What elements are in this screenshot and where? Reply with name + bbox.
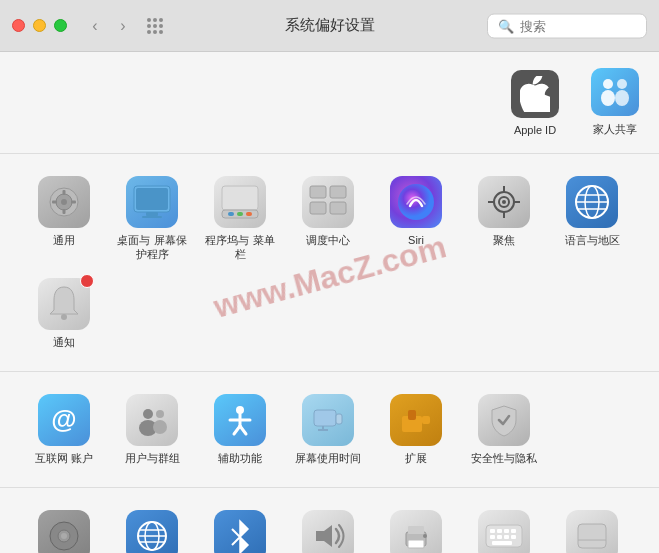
svg-rect-23	[330, 202, 346, 214]
icon-box-notification	[38, 278, 90, 330]
nav-buttons: ‹ ›	[83, 14, 135, 38]
svg-rect-20	[310, 186, 326, 198]
icon-item-general[interactable]: 通用	[20, 168, 108, 270]
icon-item-printer[interactable]: 打印机与 扫描仪	[372, 502, 460, 553]
icon-item-extensions[interactable]: 扩展	[372, 386, 460, 473]
minimize-button[interactable]	[33, 19, 46, 32]
apple-id-icon	[511, 70, 559, 118]
icon-item-desktop[interactable]: 桌面与 屏幕保护程序	[108, 168, 196, 270]
icon-item-keyboard[interactable]: 键盘	[460, 502, 548, 553]
icon-item-dock[interactable]: 程序坞与 菜单栏	[196, 168, 284, 270]
svg-rect-70	[504, 529, 509, 533]
svg-rect-47	[314, 410, 336, 426]
icon-box-extensions	[390, 394, 442, 446]
icon-item-internet[interactable]: @互联网 账户	[20, 386, 108, 473]
grid-icon[interactable]	[147, 18, 163, 34]
svg-point-6	[61, 199, 67, 205]
icon-label-screen-time: 屏幕使用时间	[295, 451, 361, 465]
svg-rect-22	[310, 202, 326, 214]
icon-item-trackpad[interactable]: 触控板	[548, 502, 636, 553]
search-box[interactable]: 🔍	[487, 13, 647, 38]
icon-box-sound	[302, 510, 354, 553]
icon-item-notification[interactable]: 通知	[20, 270, 108, 357]
traffic-lights	[12, 19, 67, 32]
icon-box-network2	[126, 510, 178, 553]
icon-box-software	[38, 510, 90, 553]
svg-point-66	[423, 534, 427, 538]
icon-label-language: 语言与地区	[565, 233, 620, 247]
family-sharing-label: 家人共享	[593, 122, 637, 137]
svg-point-41	[153, 420, 167, 434]
icon-label-desktop: 桌面与 屏幕保护程序	[112, 233, 192, 262]
svg-point-38	[143, 409, 153, 419]
svg-rect-8	[71, 201, 76, 204]
icon-box-security	[478, 394, 530, 446]
icon-item-siri[interactable]: 调度中心	[284, 168, 372, 270]
svg-rect-76	[492, 541, 512, 545]
svg-rect-68	[490, 529, 495, 533]
icon-item-siri2[interactable]: Siri	[372, 168, 460, 270]
svg-rect-52	[408, 410, 416, 420]
svg-rect-13	[146, 212, 158, 216]
icon-box-printer	[390, 510, 442, 553]
icon-box-internet: @	[38, 394, 90, 446]
icon-box-siri2	[390, 176, 442, 228]
svg-rect-65	[408, 540, 424, 548]
icon-box-desktop	[126, 176, 178, 228]
svg-point-37	[61, 314, 67, 320]
apple-id-item[interactable]: Apple ID	[511, 70, 559, 136]
icon-item-access[interactable]: 辅助功能	[196, 386, 284, 473]
icon-item-security[interactable]: 安全性与隐私	[460, 386, 548, 473]
svg-rect-71	[511, 529, 516, 533]
family-icon	[591, 68, 639, 116]
icon-box-screen-time	[302, 394, 354, 446]
maximize-button[interactable]	[54, 19, 67, 32]
titlebar: ‹ › 系统偏好设置 🔍	[0, 0, 659, 52]
icon-item-software[interactable]: 软件更新	[20, 502, 108, 553]
svg-rect-21	[330, 186, 346, 198]
back-button[interactable]: ‹	[83, 14, 107, 38]
svg-point-1	[601, 90, 615, 106]
svg-point-56	[61, 533, 67, 539]
icon-item-users[interactable]: 用户与群组	[108, 386, 196, 473]
svg-point-2	[617, 79, 627, 89]
svg-rect-73	[497, 535, 502, 539]
section-network: @互联网 账户 用户与群组 辅助功能 屏幕使用时间 扩展	[0, 372, 659, 488]
icon-box-keyboard	[478, 510, 530, 553]
icon-box-general	[38, 176, 90, 228]
family-sharing-item[interactable]: 家人共享	[591, 68, 639, 137]
svg-rect-12	[136, 188, 168, 210]
icon-item-sound[interactable]: 声音	[284, 502, 372, 553]
svg-rect-69	[497, 529, 502, 533]
svg-rect-53	[422, 416, 430, 424]
icon-label-access: 辅助功能	[218, 451, 262, 465]
forward-button[interactable]: ›	[111, 14, 135, 38]
svg-rect-19	[246, 212, 252, 216]
close-button[interactable]	[12, 19, 25, 32]
icon-item-bluetooth[interactable]: 蓝牙	[196, 502, 284, 553]
svg-point-24	[398, 184, 434, 220]
search-icon: 🔍	[498, 18, 514, 33]
top-section: Apple ID 家人共享	[0, 52, 659, 154]
svg-point-40	[156, 410, 164, 418]
search-input[interactable]	[520, 18, 636, 33]
icon-item-network2[interactable]: 网络	[108, 502, 196, 553]
svg-rect-14	[142, 216, 162, 218]
icon-item-language[interactable]: 语言与地区	[548, 168, 636, 270]
icon-item-focus[interactable]: 聚焦	[460, 168, 548, 270]
icon-box-language	[566, 176, 618, 228]
svg-rect-74	[504, 535, 509, 539]
icon-label-extensions: 扩展	[405, 451, 427, 465]
section-hardware: 软件更新 网络 蓝牙 声音 打印机与 扫描仪	[0, 488, 659, 553]
svg-point-0	[603, 79, 613, 89]
icon-item-screen-time[interactable]: 屏幕使用时间	[284, 386, 372, 473]
icon-box-focus	[478, 176, 530, 228]
svg-rect-75	[511, 535, 516, 539]
svg-rect-64	[408, 526, 424, 534]
apple-id-label: Apple ID	[514, 124, 556, 136]
icon-box-trackpad	[566, 510, 618, 553]
icon-label-notification: 通知	[53, 335, 75, 349]
svg-point-27	[502, 200, 506, 204]
svg-rect-7	[52, 201, 57, 204]
svg-rect-18	[237, 212, 243, 216]
